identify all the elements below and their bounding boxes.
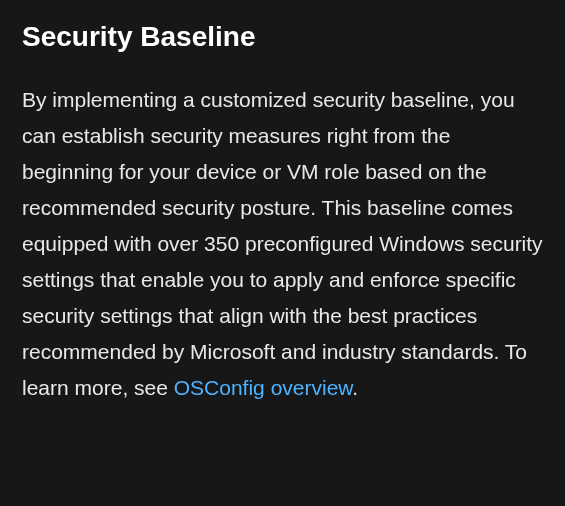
- section-paragraph: By implementing a customized security ba…: [22, 82, 543, 407]
- paragraph-text-after: .: [352, 376, 358, 399]
- section-heading: Security Baseline: [22, 20, 543, 54]
- paragraph-text-before: By implementing a customized security ba…: [22, 88, 543, 400]
- osconfig-overview-link[interactable]: OSConfig overview: [174, 376, 353, 399]
